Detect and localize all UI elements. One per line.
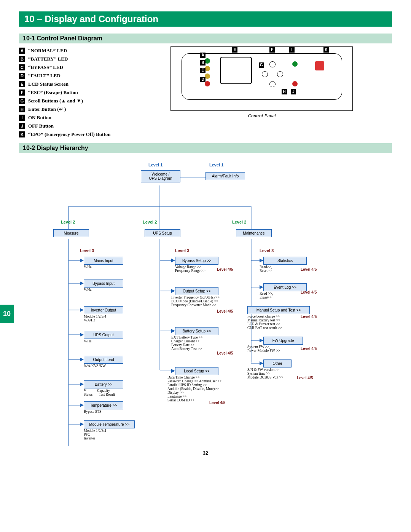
on-button-icon [292,61,298,67]
svg-marker-15 [80,403,84,407]
svg-marker-17 [171,259,175,262]
svg-marker-24 [260,339,263,342]
lvl45-a: Level 4/5 [217,267,233,272]
key-f: F [19,89,25,96]
key-k: K [19,131,25,137]
page-number: 32 [203,450,208,456]
key-b: B [19,56,25,62]
box-battery: Battery >> [84,380,123,388]
lvl45-c: Level 4/5 [217,351,233,355]
callout-k: K [323,47,329,53]
off-button-icon [292,81,298,86]
callout-i: I [289,47,295,53]
epo-button-icon [315,61,324,70]
svg-marker-22 [260,285,263,289]
sub-out-load: %/A/KVA/KW [84,364,106,368]
sub-battery-setup: EXT Battery Type >> Charger Current >> B… [171,335,203,351]
lvl45-g: Level 4/5 [301,315,317,319]
key-i: I [19,115,25,121]
legend-g: Scroll Buttons (▲ and ▼) [28,98,83,104]
callout-e: E [232,47,237,53]
sub-fw: System FW >>, Power Module FW >> [247,345,280,353]
box-mains-input: Mains Input [84,257,123,265]
sub-inverter: Module 1/2/3/4 V/A/Hz [84,315,106,322]
callout-a: A [200,53,206,58]
box-fw-upgrade: FW Upgrade [263,337,303,345]
legend-f: “ESC” (Escape) Button [28,89,78,95]
sub-other: S/N & FW version >> System time >> Modul… [247,368,284,379]
box-output-setup: Output Setup >> [175,287,218,295]
key-h: H [19,106,25,112]
svg-marker-10 [80,281,84,285]
sub-mains: V/Hz [84,265,92,269]
level3-label-c: Level 3 [260,248,274,253]
panel-caption: Control Panel [170,113,353,119]
level2-label-b: Level 2 [143,220,157,224]
sub-eventlog: Read >>, Erase>> [260,292,273,299]
sub-battery: V Capacity Status Test Result [84,389,115,396]
svg-marker-20 [171,369,175,373]
led-fault-icon [205,81,210,86]
scroll-up-icon [262,71,268,77]
legend-a: “NORMAL” LED [28,48,67,53]
box-maintenance: Maintenance [236,229,272,237]
legend-b: “BATTERY” LED [28,56,68,62]
callout-j: J [291,89,296,94]
key-e: E [19,81,25,87]
box-ups-setup: UPS Setup [145,229,180,237]
sub-temp: Bypass STS [84,410,101,414]
lcd-screen-icon [220,57,252,84]
box-other: Other [263,359,292,367]
svg-marker-14 [80,382,84,386]
box-inverter-output: Inverter Output [84,306,123,314]
level3-label-b: Level 3 [175,248,189,253]
level2-label-c: Level 2 [232,220,246,224]
callout-c: C [200,68,206,73]
connector-lines [19,157,362,462]
key-c: C [19,64,25,70]
lvl45-b: Level 4/5 [217,309,233,313]
box-event-log: Event Log >> [263,283,307,291]
box-bypass-setup: Bypass Setup >> [175,257,218,265]
display-hierarchy-diagram: Level 1 Level 1 Welcome / UPS Diagram Al… [19,157,392,462]
led-battery-icon [205,66,210,71]
box-welcome: Welcome / UPS Diagram [141,170,180,182]
box-battery-setup: Battery Setup >> [175,327,218,335]
svg-marker-19 [171,329,175,333]
callout-f: F [269,47,275,53]
box-local-setup: Local Setup >> [175,367,218,375]
lvl45-i: Level 4/5 [297,376,313,380]
lvl45-e: Level 4/5 [301,267,317,272]
box-temperature: Temperature >> [84,401,123,409]
lvl45-d: Level 4/5 [209,401,225,405]
box-output-load: Output Load [84,356,123,364]
sub-bypass-setup: Voltage Range >> Frequency Range >> [175,265,206,273]
box-alarm: Alarm/Fault Info [206,172,245,180]
svg-marker-21 [260,259,263,262]
level1-label-a: Level 1 [148,163,162,167]
svg-marker-12 [80,333,84,337]
callout-h: H [282,89,287,94]
callout-g: G [259,62,264,68]
led-normal-icon [205,58,210,64]
svg-marker-16 [80,422,84,426]
scroll-down-icon [277,71,283,77]
legend-c: “BYPASS” LED [28,64,63,70]
callout-b: B [200,60,206,66]
led-bypass-icon [205,73,210,79]
sub-ups-out: V/Hz [84,339,92,343]
svg-marker-18 [171,289,175,293]
lvl45-h: Level 4/5 [301,347,317,351]
chapter-tab: 10 [0,305,14,323]
section-10-1: 10-1 Control Panel Diagram [19,34,392,43]
sub-modtemp: Module 1/2/3/4 PFC Inverter [84,429,106,440]
sub-local-setup: Date/Time Change >> Password Change >> A… [167,375,222,402]
box-measure: Measure [53,229,89,237]
level2-label-a: Level 2 [61,220,75,224]
key-a: A [19,48,25,54]
key-d: D [19,73,25,79]
legend-e: LCD Status Screen [28,81,68,87]
legend-list: A“NORMAL” LED B“BATTERY” LED C“BYPASS” L… [19,46,156,139]
section-10-2: 10-2 Display Hierarchy [19,143,392,153]
sub-bypass: V/Hz [84,288,92,292]
